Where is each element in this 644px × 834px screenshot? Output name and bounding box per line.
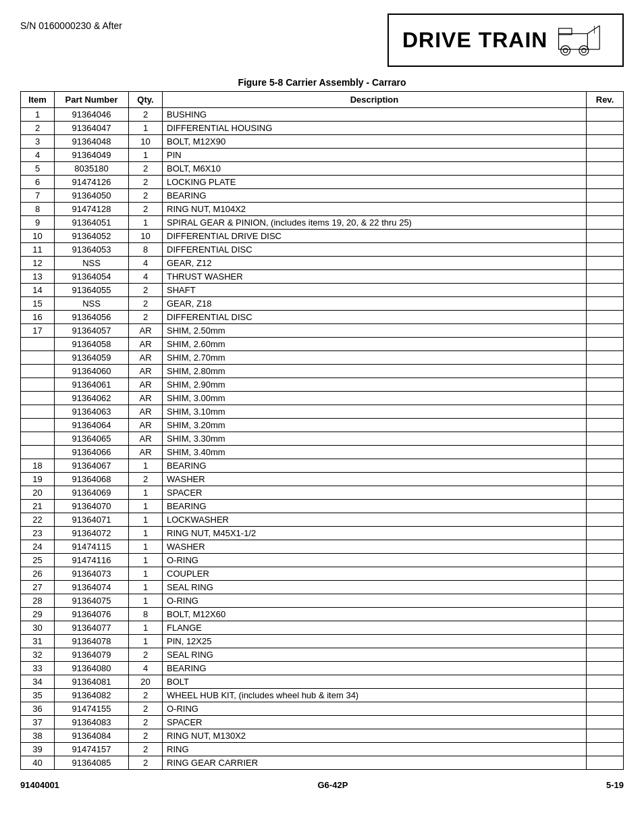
table-row: 349136408120BOLT bbox=[21, 675, 624, 689]
cell-qty: 2 bbox=[129, 473, 163, 486]
cell-qty: 2 bbox=[129, 756, 163, 770]
cell-rev bbox=[587, 729, 624, 743]
cell-desc: GEAR, Z18 bbox=[163, 297, 587, 311]
footer-center: G6-42P bbox=[318, 780, 348, 790]
table-header-row: Item Part Number Qty. Description Rev. bbox=[21, 92, 624, 108]
cell-part: 91364080 bbox=[55, 662, 129, 675]
col-rev: Rev. bbox=[587, 92, 624, 108]
cell-item: 35 bbox=[21, 689, 55, 702]
cell-desc: SHIM, 2.60mm bbox=[163, 338, 587, 351]
cell-item bbox=[21, 351, 55, 365]
cell-item: 3 bbox=[21, 135, 55, 149]
cell-part: 91364078 bbox=[55, 635, 129, 648]
cell-rev bbox=[587, 446, 624, 459]
cell-part: 91474126 bbox=[55, 176, 129, 189]
cell-qty: 4 bbox=[129, 257, 163, 270]
cell-qty: 1 bbox=[129, 594, 163, 608]
serial-number: S/N 0160000230 & After bbox=[20, 20, 122, 31]
cell-desc: DIFFERENTIAL HOUSING bbox=[163, 122, 587, 135]
table-row: 39914741572RING bbox=[21, 743, 624, 756]
cell-part: 91364069 bbox=[55, 486, 129, 500]
cell-item: 23 bbox=[21, 527, 55, 540]
cell-rev bbox=[587, 176, 624, 189]
cell-part: 91364076 bbox=[55, 608, 129, 621]
cell-rev bbox=[587, 270, 624, 284]
cell-item: 7 bbox=[21, 189, 55, 203]
cell-item: 10 bbox=[21, 230, 55, 243]
cell-part: 91364047 bbox=[55, 122, 129, 135]
cell-desc: BOLT, M12X60 bbox=[163, 608, 587, 621]
table-row: 35913640822WHEEL HUB KIT, (includes whee… bbox=[21, 689, 624, 702]
cell-part: 8035180 bbox=[55, 162, 129, 176]
table-row: 2913640471DIFFERENTIAL HOUSING bbox=[21, 122, 624, 135]
svg-point-3 bbox=[564, 49, 568, 53]
cell-desc: RING NUT, M130X2 bbox=[163, 729, 587, 743]
cell-qty: 4 bbox=[129, 270, 163, 284]
cell-desc: SHIM, 2.90mm bbox=[163, 378, 587, 392]
cell-part: 91364051 bbox=[55, 216, 129, 230]
cell-rev bbox=[587, 459, 624, 473]
cell-rev bbox=[587, 594, 624, 608]
cell-item: 1 bbox=[21, 108, 55, 122]
table-row: 1913640462BUSHING bbox=[21, 108, 624, 122]
cell-rev bbox=[587, 108, 624, 122]
cell-item bbox=[21, 446, 55, 459]
cell-qty: 2 bbox=[129, 648, 163, 662]
cell-part: 91364072 bbox=[55, 527, 129, 540]
table-row: 6914741262LOCKING PLATE bbox=[21, 176, 624, 189]
table-row: 14913640552SHAFT bbox=[21, 284, 624, 297]
table-row: 91364065ARSHIM, 3.30mm bbox=[21, 432, 624, 446]
cell-item: 16 bbox=[21, 311, 55, 324]
cell-qty: 2 bbox=[129, 297, 163, 311]
cell-desc: RING NUT, M45X1-1/2 bbox=[163, 527, 587, 540]
cell-desc: WASHER bbox=[163, 473, 587, 486]
cell-part: 91364070 bbox=[55, 500, 129, 513]
cell-item bbox=[21, 432, 55, 446]
cell-item: 2 bbox=[21, 122, 55, 135]
cell-part: 91364073 bbox=[55, 567, 129, 581]
cell-rev bbox=[587, 392, 624, 405]
cell-qty: 1 bbox=[129, 635, 163, 648]
cell-qty: 10 bbox=[129, 230, 163, 243]
cell-desc: BOLT bbox=[163, 675, 587, 689]
cell-desc: DIFFERENTIAL DISC bbox=[163, 243, 587, 257]
cell-rev bbox=[587, 257, 624, 270]
cell-desc: SHIM, 3.30mm bbox=[163, 432, 587, 446]
col-part: Part Number bbox=[55, 92, 129, 108]
cell-desc: GEAR, Z12 bbox=[163, 257, 587, 270]
cell-item bbox=[21, 392, 55, 405]
cell-item: 17 bbox=[21, 324, 55, 338]
cell-qty: 1 bbox=[129, 621, 163, 635]
cell-qty: 2 bbox=[129, 203, 163, 216]
cell-rev bbox=[587, 486, 624, 500]
cell-item: 21 bbox=[21, 500, 55, 513]
cell-rev bbox=[587, 203, 624, 216]
cell-item: 24 bbox=[21, 540, 55, 554]
cell-desc: WHEEL HUB KIT, (includes wheel hub & ite… bbox=[163, 689, 587, 702]
cell-desc: SHIM, 3.00mm bbox=[163, 392, 587, 405]
cell-part: 91474157 bbox=[55, 743, 129, 756]
cell-desc: BEARING bbox=[163, 189, 587, 203]
cell-qty: 2 bbox=[129, 716, 163, 729]
cell-desc: RING bbox=[163, 743, 587, 756]
svg-rect-0 bbox=[559, 34, 588, 49]
cell-desc: O-RING bbox=[163, 554, 587, 567]
cell-item: 26 bbox=[21, 567, 55, 581]
cell-rev bbox=[587, 378, 624, 392]
cell-item: 20 bbox=[21, 486, 55, 500]
col-item: Item bbox=[21, 92, 55, 108]
cell-item: 12 bbox=[21, 257, 55, 270]
table-row: 12NSS4GEAR, Z12 bbox=[21, 257, 624, 270]
cell-qty: AR bbox=[129, 338, 163, 351]
cell-qty: 1 bbox=[129, 527, 163, 540]
table-row: 25914741161O-RING bbox=[21, 554, 624, 567]
table-row: 1791364057ARSHIM, 2.50mm bbox=[21, 324, 624, 338]
table-row: 8914741282RING NUT, M104X2 bbox=[21, 203, 624, 216]
cell-qty: 20 bbox=[129, 675, 163, 689]
cell-rev bbox=[587, 297, 624, 311]
table-row: 30913640771FLANGE bbox=[21, 621, 624, 635]
cell-rev bbox=[587, 405, 624, 419]
table-row: 22913640711LOCKWASHER bbox=[21, 513, 624, 527]
cell-item: 39 bbox=[21, 743, 55, 756]
table-row: 109136405210DIFFERENTIAL DRIVE DISC bbox=[21, 230, 624, 243]
